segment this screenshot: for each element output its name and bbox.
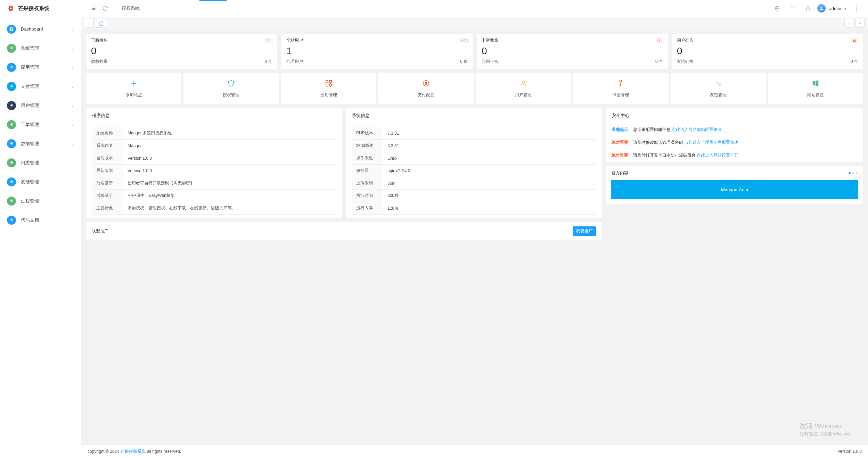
avatar[interactable]: [817, 4, 826, 13]
tab-home[interactable]: [96, 19, 106, 28]
stat-value: 1: [286, 45, 468, 57]
menu-label: 应用管理: [21, 64, 71, 70]
chevron-down-icon: ⌄: [71, 27, 74, 32]
chevron-down-icon: ⌄: [71, 180, 74, 184]
sidebar-item-10[interactable]: 代码文档: [0, 210, 81, 230]
menu-label: 用户管理: [21, 102, 71, 109]
stat-subv: 0 个: [655, 59, 663, 65]
carousel-dots[interactable]: [849, 172, 858, 174]
user-dropdown-chev[interactable]: ▾: [845, 7, 846, 10]
sec-tag: 绝对重要: [612, 152, 628, 158]
menu-icon: [7, 177, 16, 186]
quick-action-4[interactable]: 用户管理: [476, 73, 571, 104]
sidebar: 芒果授权系统 Dashboard⌄系统管理⌄应用管理⌄支付管理⌄用户管理⌄工单管…: [0, 0, 81, 458]
stat-card-0: 正版授权个0盗版数量0 个: [86, 34, 277, 69]
quick-label: 支付配置: [418, 92, 434, 98]
sidebar-item-1[interactable]: 系统管理⌄: [0, 39, 81, 58]
toggle-sidebar-button[interactable]: [88, 2, 99, 14]
svg-rect-15: [329, 80, 331, 82]
globe-icon[interactable]: [771, 2, 783, 14]
quick-label: 网站设置: [807, 92, 824, 98]
kv-key: 前端基于: [92, 177, 123, 190]
refresh-button[interactable]: [99, 2, 111, 14]
quick-action-7[interactable]: 网站设置: [768, 73, 863, 104]
sec-link[interactable]: 点此进入网站设置打开: [697, 153, 738, 158]
sidebar-item-6[interactable]: 数据管理⌄: [0, 134, 81, 153]
kv-key: 系统作者: [92, 140, 123, 152]
stat-sub: 已用卡密: [482, 59, 498, 65]
menu-label: Dashboard: [21, 26, 71, 32]
more-icon[interactable]: ⋮: [850, 2, 862, 14]
stat-badge: 个: [656, 38, 663, 43]
sec-text: 请及时修改默认管理员密码 点此进入管理员信息配置修改: [633, 140, 738, 145]
menu-icon: [7, 158, 16, 167]
kv-key: 后端基于: [92, 190, 123, 202]
kv-val: 添加授权、管理授权、在线下载、在线更新、盗版入库等。: [123, 202, 336, 215]
kv-val: 7.3.31: [383, 127, 596, 140]
sec-text: 请及时打开安全口令防止爆破后台 点此进入网站设置打开: [633, 152, 738, 158]
svg-point-19: [522, 81, 524, 83]
tab-more-button[interactable]: [855, 19, 865, 28]
kv-key: 操作系统: [352, 152, 383, 165]
table-row: PHP版本7.3.31: [352, 127, 596, 140]
table-row: 前端基于使用者可自行开发定制【均无加密】: [92, 177, 336, 190]
svg-rect-12: [806, 8, 809, 10]
chevron-down-icon: ⌄: [71, 141, 74, 146]
quick-icon: [714, 80, 722, 89]
stat-badge: 个: [265, 38, 272, 43]
brand-icon: [7, 5, 15, 12]
sidebar-item-3[interactable]: 支付管理⌄: [0, 77, 81, 96]
menu-icon: [7, 216, 16, 225]
system-info-card: 系统信息 PHP版本7.3.31zend版本3.3.31操作系统Linux服务器…: [346, 108, 602, 218]
kv-key: zend版本: [352, 140, 383, 152]
quick-action-6[interactable]: 友链管理: [671, 73, 766, 104]
sidebar-item-0[interactable]: Dashboard⌄: [0, 19, 81, 39]
content: 正版授权个0盗版数量0 个全站用户位1代理用户0 位卡密数量个0已用卡密0 个用…: [81, 30, 868, 445]
sidebar-item-8[interactable]: 友链管理⌄: [0, 172, 81, 191]
username[interactable]: admin: [829, 6, 841, 11]
tab-next-button[interactable]: ›: [844, 19, 853, 28]
footer-link[interactable]: 芒果授权系统: [121, 449, 146, 455]
quick-action-2[interactable]: 应用管理: [281, 73, 376, 104]
menu-label: 代码文档: [21, 217, 74, 223]
sec-text: 您还未配置邮箱信息 点此进入网站邮箱配置修改: [633, 127, 722, 133]
quick-icon: [519, 80, 527, 89]
stat-card-2: 卡密数量个0已用卡密0 个: [477, 34, 668, 69]
stat-card-1: 全站用户位1代理用户0 位: [281, 34, 473, 69]
sidebar-item-2[interactable]: 应用管理⌄: [0, 58, 81, 77]
official-banner[interactable]: Mangoa-Auth: [611, 180, 858, 199]
card-header: 程序信息: [86, 108, 342, 123]
quick-action-0[interactable]: 添加站点: [86, 73, 181, 104]
quick-action-1[interactable]: 授权管理: [183, 73, 279, 104]
sidebar-item-4[interactable]: 用户管理⌄: [0, 96, 81, 115]
menu-label: 工单管理: [21, 122, 71, 128]
table-row: 服务器nginx/1.24.0: [352, 165, 596, 177]
sec-link[interactable]: 点此进入网站邮箱配置修改: [672, 127, 722, 132]
chevron-down-icon: ⌄: [71, 199, 74, 203]
sidebar-item-9[interactable]: 远程管理⌄: [0, 191, 81, 210]
card-header: 系统信息: [346, 108, 602, 123]
svg-point-20: [620, 80, 622, 82]
chevron-down-icon: ⌄: [71, 160, 74, 165]
tabsbar: ‹ ›: [81, 17, 868, 30]
promo-button[interactable]: 我要推广: [573, 226, 596, 236]
footer-suf: all rights reserved.: [147, 449, 181, 454]
sidebar-item-7[interactable]: 日志管理⌄: [0, 153, 81, 172]
quick-action-3[interactable]: 支付配置: [378, 73, 474, 104]
stat-sub: 盗版数量: [91, 59, 108, 65]
sec-link[interactable]: 点此进入管理员信息配置修改: [684, 140, 738, 145]
menu-label: 系统管理: [21, 45, 71, 51]
tab-prev-button[interactable]: ‹: [85, 19, 94, 28]
quick-label: 用户管理: [515, 92, 532, 98]
promo-card: 联盟推广 我要推广: [86, 222, 602, 240]
stat-title: 全站用户: [286, 38, 303, 43]
stat-value: 0: [91, 45, 272, 57]
sidebar-item-5[interactable]: 工单管理⌄: [0, 115, 81, 134]
kv-key: 运行内存: [352, 202, 383, 215]
fullscreen-icon[interactable]: [787, 2, 799, 14]
kv-val: 128M: [383, 202, 596, 215]
quick-action-5[interactable]: 卡密管理: [573, 73, 668, 104]
svg-point-13: [820, 7, 822, 8]
chevron-down-icon: ⌄: [71, 46, 74, 51]
lock-icon[interactable]: [802, 2, 814, 14]
